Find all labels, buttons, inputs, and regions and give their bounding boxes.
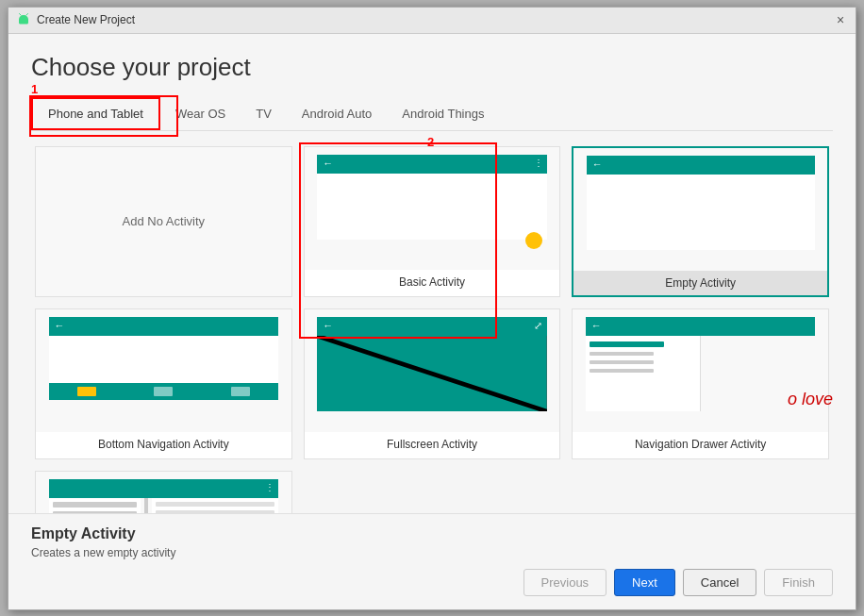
mdf-list-item-2 xyxy=(53,511,137,513)
fsa-diagonal-svg xyxy=(317,336,547,411)
basic-activity-preview: ← ⋮ xyxy=(305,147,560,270)
android-icon xyxy=(16,12,31,27)
fsa-expand-icon: ⤢ xyxy=(534,320,542,332)
ba-fab xyxy=(525,232,542,249)
title-bar-title: Create New Project xyxy=(37,13,135,26)
card-fullscreen-activity[interactable]: ← ⤢ Fullscreen Activity xyxy=(304,308,561,459)
nda-wrapper xyxy=(586,336,816,411)
nda-line-4 xyxy=(590,369,654,373)
tab-phone-and-tablet[interactable]: Phone and Tablet xyxy=(31,97,160,130)
cancel-button[interactable]: Cancel xyxy=(683,569,756,596)
fsa-label: Fullscreen Activity xyxy=(305,432,560,457)
nda-line-1 xyxy=(590,341,664,347)
nda-preview: ← xyxy=(573,309,828,432)
create-project-dialog: Create New Project × Choose your project… xyxy=(8,7,856,610)
dialog-body: Choose your project 1 Phone and Tablet W… xyxy=(8,34,856,513)
finish-button[interactable]: Finish xyxy=(764,569,833,596)
nda-topbar: ← xyxy=(586,317,816,336)
bna-tab-2 xyxy=(231,387,250,396)
mdf-wrapper xyxy=(49,498,279,513)
empty-activity-label: Empty Activity xyxy=(573,271,827,295)
ea-topbar: ← xyxy=(587,156,815,175)
mdf-detail xyxy=(152,498,278,513)
ba-back-arrow: ← xyxy=(323,158,333,169)
bna-content xyxy=(49,336,279,383)
mdf-list-item-1 xyxy=(53,502,137,508)
bna-tab-1 xyxy=(154,387,173,396)
grid-outer: 2 Add No Activity ← xyxy=(31,139,833,513)
close-button[interactable]: × xyxy=(833,12,848,27)
nda-back-arrow: ← xyxy=(591,320,602,331)
tab-tv[interactable]: TV xyxy=(241,97,287,130)
card-bottom-nav-activity[interactable]: ← Bottom Navigation Activity xyxy=(35,308,292,459)
next-button[interactable]: Next xyxy=(614,569,675,596)
svg-line-3 xyxy=(26,14,28,16)
title-bar-left: Create New Project xyxy=(16,12,135,27)
fsa-topbar: ← ⤢ xyxy=(317,317,547,336)
mdf-detail-line-2 xyxy=(156,510,274,513)
bottom-info: Empty Activity Creates a new empty activ… xyxy=(8,513,856,559)
bna-navbar xyxy=(49,383,279,400)
ea-back-arrow: ← xyxy=(592,158,603,170)
nda-label: Navigation Drawer Activity xyxy=(573,432,828,457)
ba-content xyxy=(317,174,547,240)
tabs-wrapper: 1 Phone and Tablet Wear OS TV Android Au… xyxy=(31,97,833,131)
mdf-preview: ⋮ xyxy=(36,472,291,513)
annotation-2: 2 xyxy=(427,135,434,149)
tab-android-auto[interactable]: Android Auto xyxy=(287,97,387,130)
card-basic-activity[interactable]: ← ⋮ Basic Activity xyxy=(304,146,561,297)
nda-drawer xyxy=(586,336,701,411)
empty-activity-preview: ← xyxy=(573,148,827,271)
dialog-footer: Previous Next Cancel Finish xyxy=(8,559,856,609)
mdf-topbar: ⋮ xyxy=(49,479,279,498)
basic-activity-label: Basic Activity xyxy=(305,270,560,294)
previous-button[interactable]: Previous xyxy=(523,569,607,596)
page-title: Choose your project xyxy=(31,53,833,82)
nda-line-3 xyxy=(590,360,654,364)
fsa-preview: ← ⤢ xyxy=(305,309,560,432)
mdf-dots: ⋮ xyxy=(265,482,274,492)
bna-preview: ← xyxy=(36,309,291,432)
card-nav-drawer-activity[interactable]: ← N xyxy=(572,308,829,459)
card-add-no-activity[interactable]: Add No Activity xyxy=(35,146,292,297)
mdf-divider xyxy=(144,498,148,513)
annotation-1: 1 xyxy=(31,82,38,96)
ea-content xyxy=(587,175,815,250)
activity-grid: Add No Activity ← ⋮ Bas xyxy=(31,139,833,513)
bna-topbar: ← xyxy=(49,317,279,336)
svg-line-2 xyxy=(20,14,22,16)
selected-activity-desc: Creates a new empty activity xyxy=(31,546,833,559)
fsa-back-arrow: ← xyxy=(323,320,333,331)
add-no-activity-text: Add No Activity xyxy=(123,214,205,228)
card-master-detail[interactable]: ⋮ xyxy=(35,471,292,513)
card-empty-activity[interactable]: ← Empty Activity xyxy=(572,146,829,297)
tabs-container: Phone and Tablet Wear OS TV Android Auto… xyxy=(31,97,833,131)
mdf-detail-line-1 xyxy=(156,502,274,507)
ba-dots: ⋮ xyxy=(534,158,543,168)
add-no-activity-preview: Add No Activity xyxy=(36,147,291,296)
bna-label: Bottom Navigation Activity xyxy=(36,432,291,457)
nda-line-2 xyxy=(590,352,654,356)
selected-activity-title: Empty Activity xyxy=(31,525,833,542)
bna-back-arrow: ← xyxy=(55,320,65,331)
bna-tab-active xyxy=(77,387,96,396)
ba-topbar: ← ⋮ xyxy=(317,155,547,174)
tab-android-things[interactable]: Android Things xyxy=(387,97,499,130)
title-bar: Create New Project × xyxy=(8,8,856,34)
mdf-list xyxy=(49,498,141,513)
nda-main-content xyxy=(701,336,816,411)
tab-wear-os[interactable]: Wear OS xyxy=(160,97,241,130)
fsa-content xyxy=(317,336,547,411)
activity-grid-wrapper: 2 Add No Activity ← xyxy=(31,131,833,513)
